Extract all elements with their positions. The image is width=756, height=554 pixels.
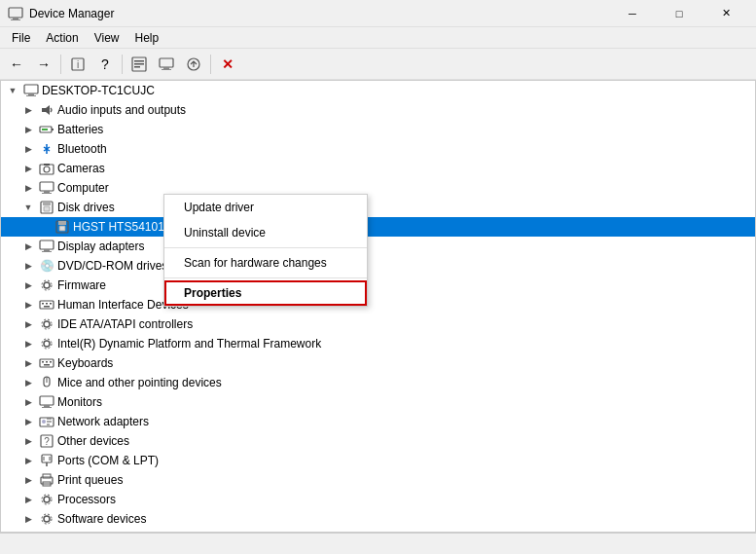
tree-item-display[interactable]: Display adapters: [1, 237, 755, 256]
tree-item-hgst[interactable]: HGST HTS541010A9E680: [1, 217, 755, 237]
menu-item-file[interactable]: File: [4, 29, 38, 47]
back-button[interactable]: ←: [4, 53, 29, 76]
expand-icon-computer[interactable]: [20, 180, 36, 196]
tree-item-keyboards[interactable]: Keyboards: [1, 353, 755, 373]
update-driver-button[interactable]: [181, 53, 206, 76]
close-button[interactable]: ✕: [703, 0, 748, 27]
tree-item-disk[interactable]: Disk drives: [1, 198, 755, 217]
restore-button[interactable]: □: [657, 0, 702, 27]
expand-icon-ide[interactable]: [20, 316, 36, 332]
svg-rect-40: [50, 303, 52, 305]
svg-rect-28: [44, 206, 50, 211]
device-icon-hid: [39, 297, 54, 313]
tree-item-hid[interactable]: Human Interface Devices: [1, 295, 755, 314]
context-menu-item-scan[interactable]: Scan for hardware changes: [164, 250, 367, 276]
tree-item-cameras[interactable]: Cameras: [1, 159, 755, 178]
device-tree[interactable]: DESKTOP-TC1CUJCAudio inputs and outputsB…: [0, 80, 756, 533]
tree-item-intel[interactable]: Intel(R) Dynamic Platform and Thermal Fr…: [1, 334, 755, 353]
status-bar: [0, 533, 756, 554]
computer-button[interactable]: [154, 53, 179, 76]
svg-rect-6: [134, 60, 144, 62]
scan-button[interactable]: [126, 53, 152, 76]
expand-icon-audio[interactable]: [20, 102, 36, 118]
context-menu-item-properties[interactable]: Properties: [164, 280, 367, 306]
expand-icon-disk[interactable]: [20, 200, 36, 215]
svg-point-72: [44, 516, 50, 522]
tree-item-audio[interactable]: Audio inputs and outputs: [1, 100, 755, 120]
device-label-sound: Sound, video and game controllers: [57, 532, 237, 533]
device-label-bluetooth: Bluetooth: [57, 142, 107, 156]
window-title: Device Manager: [29, 7, 610, 20]
help-button[interactable]: ?: [92, 53, 118, 76]
device-icon-dvd: 💿: [39, 258, 54, 274]
expand-icon-mice[interactable]: [20, 375, 36, 390]
tree-item-batteries[interactable]: Batteries: [1, 120, 755, 139]
device-icon-hgst: [54, 219, 70, 235]
expand-icon-software[interactable]: [20, 511, 36, 527]
app-icon: [8, 6, 23, 21]
menu-item-help[interactable]: Help: [127, 29, 167, 47]
expand-icon-hid[interactable]: [20, 297, 36, 313]
device-label-display: Display adapters: [57, 240, 144, 253]
tree-item-ports[interactable]: Ports (COM & LPT): [1, 451, 755, 470]
device-icon-bluetooth: [39, 141, 54, 157]
tree-item-bluetooth[interactable]: Bluetooth: [1, 139, 755, 159]
svg-text:?: ?: [44, 436, 50, 447]
tree-item-root[interactable]: DESKTOP-TC1CUJC: [1, 81, 755, 100]
tree-item-mice[interactable]: Mice and other pointing devices: [1, 373, 755, 392]
tree-item-network[interactable]: Network adapters: [1, 412, 755, 431]
device-label-batteries: Batteries: [57, 123, 103, 136]
device-icon-firmware: [39, 277, 54, 293]
device-icon-audio: [39, 102, 54, 118]
expand-icon-bluetooth[interactable]: [20, 141, 36, 157]
expand-icon-processors[interactable]: [20, 492, 36, 507]
expand-icon-cameras[interactable]: [20, 161, 36, 176]
tree-item-ide[interactable]: IDE ATA/ATAPI controllers: [1, 314, 755, 334]
tree-item-processors[interactable]: Processors: [1, 490, 755, 509]
svg-rect-30: [58, 221, 66, 225]
properties-button[interactable]: i: [65, 53, 90, 76]
svg-rect-34: [42, 251, 52, 252]
svg-rect-38: [42, 303, 44, 305]
svg-rect-49: [50, 361, 52, 363]
context-menu-item-uninstall[interactable]: Uninstall device: [164, 220, 367, 245]
forward-button[interactable]: →: [31, 53, 56, 76]
window-controls[interactable]: ─ □ ✕: [610, 0, 748, 27]
svg-rect-24: [44, 191, 50, 193]
expand-icon-keyboards[interactable]: [20, 355, 36, 371]
expand-icon-network[interactable]: [20, 414, 36, 429]
tree-item-software[interactable]: Software devices: [1, 509, 755, 529]
device-icon-processors: [39, 492, 54, 507]
minimize-button[interactable]: ─: [610, 0, 655, 27]
expand-icon-batteries[interactable]: [20, 122, 36, 137]
expand-icon-dvd[interactable]: [20, 258, 36, 274]
device-icon-print: [39, 472, 54, 488]
expand-icon-other[interactable]: [20, 433, 36, 449]
svg-rect-46: [40, 359, 54, 367]
tree-item-other[interactable]: ?Other devices: [1, 431, 755, 451]
expand-icon-firmware[interactable]: [20, 277, 36, 293]
svg-rect-22: [44, 164, 50, 166]
tree-item-computer[interactable]: Computer: [1, 178, 755, 198]
expand-icon-root[interactable]: [5, 83, 20, 98]
uninstall-button[interactable]: ✕: [215, 53, 240, 76]
context-menu-separator: [164, 247, 367, 248]
device-label-processors: Processors: [57, 493, 116, 506]
menu-item-view[interactable]: View: [87, 29, 127, 47]
tree-item-monitors[interactable]: Monitors: [1, 392, 755, 412]
device-label-dvd: DVD/CD-ROM drives: [57, 259, 167, 273]
tree-item-dvd[interactable]: 💿DVD/CD-ROM drives: [1, 256, 755, 276]
expand-icon-sound[interactable]: [20, 531, 36, 533]
expand-icon-ports[interactable]: [20, 453, 36, 468]
tree-item-firmware[interactable]: Firmware: [1, 276, 755, 295]
device-icon-disk: [39, 200, 54, 215]
tree-item-print[interactable]: Print queues: [1, 470, 755, 490]
context-menu-item-update[interactable]: Update driver: [164, 195, 367, 220]
menu-item-action[interactable]: Action: [38, 29, 86, 47]
expand-icon-monitors[interactable]: [20, 394, 36, 410]
expand-icon-intel[interactable]: [20, 336, 36, 351]
device-icon-network: [39, 414, 54, 429]
tree-item-sound[interactable]: Sound, video and game controllers: [1, 529, 755, 533]
expand-icon-display[interactable]: [20, 239, 36, 254]
expand-icon-print[interactable]: [20, 472, 36, 488]
